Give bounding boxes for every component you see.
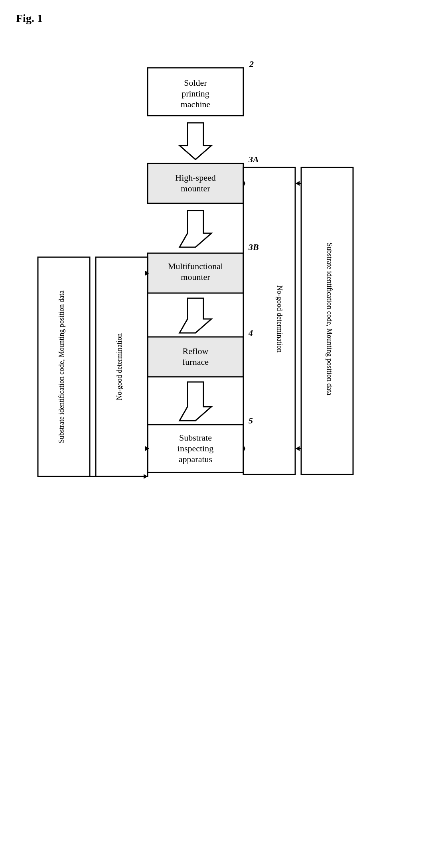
svg-text:Reflow: Reflow xyxy=(183,346,209,356)
svg-text:High-speed: High-speed xyxy=(175,173,215,183)
svg-text:Substrate: Substrate xyxy=(179,433,212,443)
svg-text:Substrate identification code,: Substrate identification code, Mounting … xyxy=(57,291,65,443)
diagram: Solder printing machine 2 High-speed mou… xyxy=(0,32,448,849)
svg-marker-33 xyxy=(296,181,300,186)
svg-marker-35 xyxy=(296,446,300,451)
svg-text:furnace: furnace xyxy=(182,357,209,367)
svg-text:No-good determination: No-good determination xyxy=(276,285,284,352)
svg-marker-15 xyxy=(180,298,211,333)
svg-text:mounter: mounter xyxy=(181,272,210,282)
svg-text:4: 4 xyxy=(248,328,253,338)
svg-rect-26 xyxy=(243,167,295,474)
svg-text:mounter: mounter xyxy=(181,183,210,193)
svg-marker-5 xyxy=(180,123,211,159)
svg-marker-20 xyxy=(180,382,211,421)
svg-text:2: 2 xyxy=(249,59,254,69)
svg-text:Solder: Solder xyxy=(184,78,207,88)
fig-label: Fig. 1 xyxy=(16,12,43,25)
svg-text:inspecting: inspecting xyxy=(178,443,213,453)
svg-text:printing: printing xyxy=(182,89,209,98)
svg-marker-29 xyxy=(243,445,245,453)
svg-text:3A: 3A xyxy=(248,154,259,164)
svg-text:Substrate identification code,: Substrate identification code, Mounting … xyxy=(326,243,334,396)
svg-text:5: 5 xyxy=(249,415,253,425)
svg-text:Multifunctional: Multifunctional xyxy=(168,261,223,271)
svg-text:machine: machine xyxy=(181,99,211,109)
svg-marker-10 xyxy=(180,211,211,247)
svg-text:3B: 3B xyxy=(248,242,259,252)
svg-text:No-good determination: No-good determination xyxy=(115,333,123,400)
svg-text:apparatus: apparatus xyxy=(179,454,212,464)
